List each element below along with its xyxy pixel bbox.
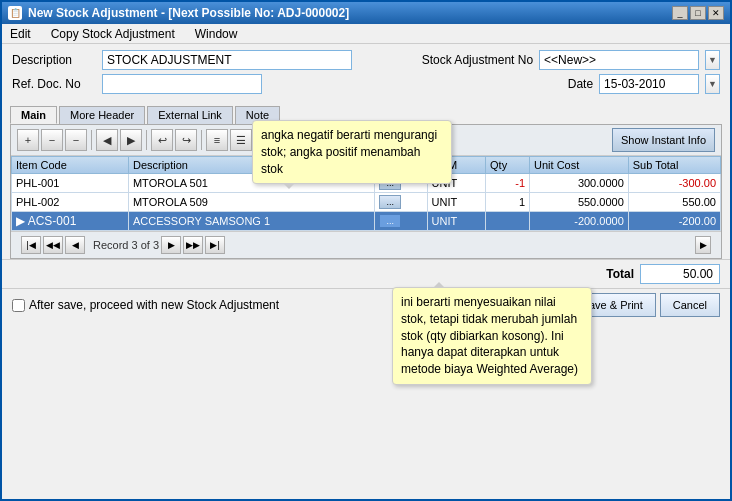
remove-row-button[interactable]: − xyxy=(41,129,63,151)
next-button[interactable]: ▶ xyxy=(120,129,142,151)
cell-unit-cost: -200.0000 xyxy=(530,212,629,231)
cell-unit-cost: 550.0000 xyxy=(530,193,629,212)
add-row-button[interactable]: + xyxy=(17,129,39,151)
title-bar: 📋 New Stock Adjustment - [Next Possible … xyxy=(2,2,730,24)
main-window: 📋 New Stock Adjustment - [Next Possible … xyxy=(0,0,732,501)
col-header-unit-cost: Unit Cost xyxy=(530,157,629,174)
col-header-sub-total: Sub Total xyxy=(628,157,720,174)
form-area: Description Stock Adjustment No ▼ Ref. D… xyxy=(2,44,730,104)
menu-edit[interactable]: Edit xyxy=(6,26,35,42)
toolbar-separator-3 xyxy=(201,130,202,150)
tooltip-balloon-1: angka negatif berarti mengurangi stok; a… xyxy=(252,120,452,184)
total-value: 50.00 xyxy=(640,264,720,284)
cell-unit-cost: 300.0000 xyxy=(530,174,629,193)
first-record-button[interactable]: |◀ xyxy=(21,236,41,254)
col-header-qty: Qty xyxy=(486,157,530,174)
ref-doc-label: Ref. Doc. No xyxy=(12,77,102,91)
tab-more-header[interactable]: More Header xyxy=(59,106,145,124)
record-nav: |◀ ◀◀ ◀ Record 3 of 3 ▶ ▶▶ ▶| ▶ xyxy=(11,231,721,258)
tab-main[interactable]: Main xyxy=(10,106,57,124)
show-instant-info-button[interactable]: Show Instant Info xyxy=(612,128,715,152)
toolbar-separator-1 xyxy=(91,130,92,150)
window-title: New Stock Adjustment - [Next Possible No… xyxy=(28,6,349,20)
last-record-button[interactable]: ▶| xyxy=(205,236,225,254)
ref-doc-row: Ref. Doc. No Date ▼ xyxy=(12,74,720,94)
redo-button[interactable]: ↪ xyxy=(175,129,197,151)
cell-item-code: ▶ ACS-001 xyxy=(12,212,129,231)
cell-item-code: PHL-001 xyxy=(12,174,129,193)
close-button[interactable]: ✕ xyxy=(708,6,724,20)
tooltip-1-text: angka negatif berarti mengurangi stok; a… xyxy=(261,128,437,176)
minimize-button[interactable]: _ xyxy=(672,6,688,20)
date-label: Date xyxy=(568,77,593,91)
cell-item-code: PHL-002 xyxy=(12,193,129,212)
menu-bar: Edit Copy Stock Adjustment Window xyxy=(2,24,730,44)
menu-window[interactable]: Window xyxy=(191,26,242,42)
scroll-right-button[interactable]: ▶ xyxy=(695,236,711,254)
stock-adj-no-input[interactable] xyxy=(539,50,699,70)
cell-uom: UNIT xyxy=(427,193,485,212)
cell-uom: UNIT xyxy=(427,212,485,231)
cell-sub-total: -300.00 xyxy=(628,174,720,193)
menu-copy-stock[interactable]: Copy Stock Adjustment xyxy=(47,26,179,42)
grid-button[interactable]: ☰ xyxy=(230,129,252,151)
stock-adj-no-dropdown[interactable]: ▼ xyxy=(705,50,720,70)
tooltip-2-text: ini berarti menyesuaikan nilai stok, tet… xyxy=(401,295,578,376)
cell-description: MTOROLA 509 xyxy=(128,193,374,212)
cell-sub-total: 550.00 xyxy=(628,193,720,212)
date-group: Date ▼ xyxy=(568,74,720,94)
stock-adj-no-group: Stock Adjustment No ▼ xyxy=(422,50,720,70)
tooltip-balloon-2: ini berarti menyesuaikan nilai stok, tet… xyxy=(392,287,592,385)
f-dropdown-1[interactable]: ... xyxy=(379,195,401,209)
cell-qty xyxy=(486,212,530,231)
toolbar-separator-2 xyxy=(146,130,147,150)
after-save-checkbox-label[interactable]: After save, proceed with new Stock Adjus… xyxy=(12,298,279,312)
col-header-item-code: Item Code xyxy=(12,157,129,174)
stock-adj-no-label: Stock Adjustment No xyxy=(422,53,533,67)
total-label: Total xyxy=(606,267,634,281)
maximize-button[interactable]: □ xyxy=(690,6,706,20)
cell-qty: 1 xyxy=(486,193,530,212)
next-record-button[interactable]: ▶▶ xyxy=(183,236,203,254)
table-row[interactable]: PHL-002 MTOROLA 509 ... UNIT 1 550.0000 … xyxy=(12,193,721,212)
title-controls: _ □ ✕ xyxy=(672,6,724,20)
prev-one-button[interactable]: ◀ xyxy=(65,236,85,254)
description-row: Description Stock Adjustment No ▼ xyxy=(12,50,720,70)
app-icon: 📋 xyxy=(8,6,22,20)
ref-doc-input[interactable] xyxy=(102,74,262,94)
footer: After save, proceed with new Stock Adjus… xyxy=(2,288,730,321)
cancel-button[interactable]: Cancel xyxy=(660,293,720,317)
description-input[interactable] xyxy=(102,50,352,70)
table-row[interactable]: ▶ ACS-001 ACCESSORY SAMSONG 1 ... UNIT -… xyxy=(12,212,721,231)
cell-description: ACCESSORY SAMSONG 1 xyxy=(128,212,374,231)
date-dropdown[interactable]: ▼ xyxy=(705,74,720,94)
cell-qty: -1 xyxy=(486,174,530,193)
prev-button[interactable]: ◀ xyxy=(96,129,118,151)
prev-record-button[interactable]: ◀◀ xyxy=(43,236,63,254)
next-one-button[interactable]: ▶ xyxy=(161,236,181,254)
total-bar: Total 50.00 xyxy=(2,259,730,288)
undo-button[interactable]: ↩ xyxy=(151,129,173,151)
f-dropdown-2[interactable]: ... xyxy=(379,214,401,228)
minus-button[interactable]: − xyxy=(65,129,87,151)
after-save-label: After save, proceed with new Stock Adjus… xyxy=(29,298,279,312)
record-count: Record 3 of 3 xyxy=(93,239,159,251)
after-save-checkbox[interactable] xyxy=(12,299,25,312)
date-input[interactable] xyxy=(599,74,699,94)
cell-sub-total: -200.00 xyxy=(628,212,720,231)
cell-f: ... xyxy=(375,212,427,231)
row-arrow: ▶ xyxy=(16,214,28,228)
cell-f: ... xyxy=(375,193,427,212)
tab-external-link[interactable]: External Link xyxy=(147,106,233,124)
description-label: Description xyxy=(12,53,102,67)
list-button[interactable]: ≡ xyxy=(206,129,228,151)
title-bar-left: 📋 New Stock Adjustment - [Next Possible … xyxy=(8,6,349,20)
